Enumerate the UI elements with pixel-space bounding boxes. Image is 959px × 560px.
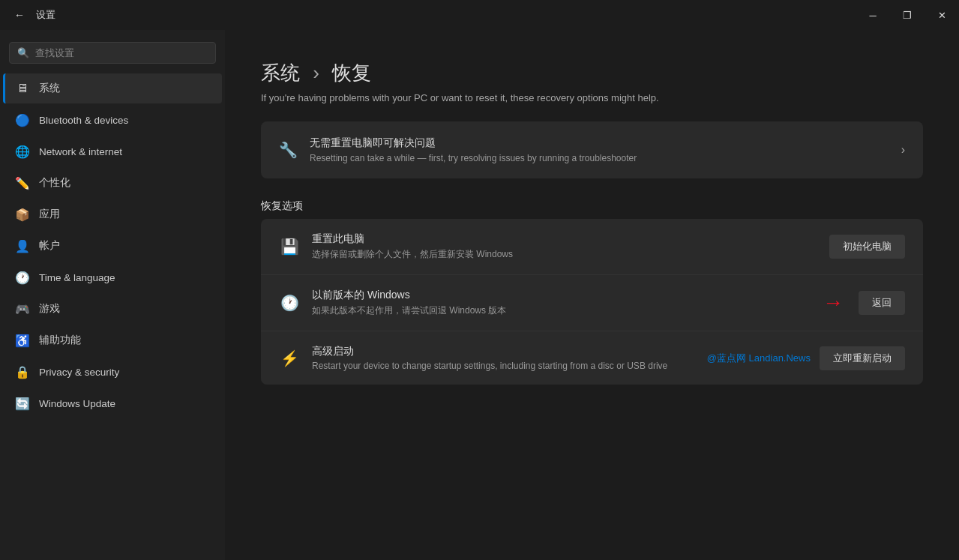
sidebar-item-label: Windows Update (39, 398, 115, 409)
recovery-card-reset: 💾 重置此电脑 选择保留或删除个人文件，然后重新安装 Windows 初始化电脑 (261, 219, 923, 275)
red-arrow-icon: → (823, 291, 844, 315)
trouble-desc: Resetting can take a while — first, try … (310, 153, 637, 163)
search-input[interactable] (35, 47, 208, 58)
sidebar-item-label: 游戏 (39, 302, 60, 316)
sidebar-item-privacy[interactable]: 🔒 Privacy & security (3, 357, 222, 387)
sidebar-item-accessibility[interactable]: ♿ 辅助功能 (3, 325, 222, 355)
advanced-title: 高级启动 (312, 345, 695, 358)
sidebar-item-label: Time & language (39, 272, 115, 283)
personalization-icon: ✏️ (15, 175, 30, 190)
reset-actions: 初始化电脑 (829, 235, 905, 259)
goback-button[interactable]: 返回 (859, 291, 905, 315)
content-area: 系统 › 恢复 If you're having problems with y… (225, 30, 959, 560)
back-button[interactable]: ← (9, 4, 30, 25)
recovery-card-previous: 🕐 以前版本的 Windows 如果此版本不起作用，请尝试回退 Windows … (261, 275, 923, 331)
sidebar-item-update[interactable]: 🔄 Windows Update (3, 388, 222, 418)
breadcrumb-current: 恢复 (332, 61, 371, 84)
privacy-icon: 🔒 (15, 364, 30, 379)
titlebar-title: 设置 (36, 8, 55, 22)
sidebar-item-label: 帐户 (39, 239, 60, 253)
sidebar-item-label: 系统 (39, 82, 60, 95)
advanced-desc: Restart your device to change startup se… (312, 361, 695, 371)
titlebar-controls: ─ ❐ ✕ (856, 0, 959, 30)
initialize-button[interactable]: 初始化电脑 (829, 235, 905, 259)
sidebar-item-personalization[interactable]: ✏️ 个性化 (3, 168, 222, 198)
wrench-icon: 🔧 (279, 141, 298, 159)
sidebar-item-label: Bluetooth & devices (39, 115, 128, 126)
network-icon: 🌐 (15, 144, 30, 159)
previous-actions: → 返回 (823, 291, 905, 315)
advanced-actions: @蓝点网 Landian.News 立即重新启动 (707, 346, 905, 370)
sidebar-item-label: Network & internet (39, 146, 122, 157)
sidebar-item-accounts[interactable]: 👤 帐户 (3, 231, 222, 261)
sidebar-item-bluetooth[interactable]: 🔵 Bluetooth & devices (3, 105, 222, 135)
search-icon: 🔍 (17, 47, 29, 58)
section-heading: 恢复选项 (261, 199, 923, 213)
recovery-card-text-prev: 以前版本的 Windows 如果此版本不起作用，请尝试回退 Windows 版本 (312, 289, 811, 317)
recovery-card-text-adv: 高级启动 Restart your device to change start… (312, 345, 695, 371)
titlebar: ← 设置 ─ ❐ ✕ (0, 0, 959, 30)
troubleshoot-card[interactable]: 🔧 无需重置电脑即可解决问题 Resetting can take a whil… (261, 121, 923, 178)
sidebar-item-apps[interactable]: 📦 应用 (3, 199, 222, 229)
restore-button[interactable]: ❐ (890, 0, 925, 30)
trouble-card-text: 无需重置电脑即可解决问题 Resetting can take a while … (310, 136, 637, 163)
bluetooth-icon: 🔵 (15, 112, 30, 127)
history-icon: 🕐 (279, 294, 300, 312)
trouble-title: 无需重置电脑即可解决问题 (310, 136, 637, 150)
sidebar-item-label: 个性化 (39, 176, 70, 190)
recovery-cards: 💾 重置此电脑 选择保留或删除个人文件，然后重新安装 Windows 初始化电脑… (261, 219, 923, 385)
close-button[interactable]: ✕ (925, 0, 959, 30)
breadcrumb-parent: 系统 (261, 61, 300, 84)
sidebar-item-system[interactable]: 🖥 系统 (3, 73, 222, 103)
advanced-startup-icon: ⚡ (279, 349, 300, 367)
chevron-right-icon: › (901, 143, 905, 157)
sidebar-item-network[interactable]: 🌐 Network & internet (3, 136, 222, 166)
search-box[interactable]: 🔍 (9, 42, 216, 64)
watermark-text: @蓝点网 Landian.News (707, 352, 811, 365)
sidebar-item-label: Privacy & security (39, 367, 119, 378)
time-icon: 🕐 (15, 270, 30, 285)
main-layout: 🔍 🖥 系统 🔵 Bluetooth & devices 🌐 Network &… (0, 30, 959, 560)
page-subtitle: If you're having problems with your PC o… (261, 92, 923, 103)
accounts-icon: 👤 (15, 238, 30, 253)
sidebar-item-time[interactable]: 🕐 Time & language (3, 262, 222, 292)
reset-title: 重置此电脑 (312, 232, 817, 246)
sidebar: 🔍 🖥 系统 🔵 Bluetooth & devices 🌐 Network &… (0, 30, 225, 560)
update-icon: 🔄 (15, 396, 30, 411)
page-header: 系统 › 恢复 If you're having problems with y… (261, 60, 923, 103)
restart-button[interactable]: 立即重新启动 (820, 346, 905, 370)
reset-icon: 💾 (279, 238, 300, 256)
previous-title: 以前版本的 Windows (312, 289, 811, 302)
sidebar-item-gaming[interactable]: 🎮 游戏 (3, 294, 222, 324)
sidebar-item-label: 辅助功能 (39, 334, 81, 347)
accessibility-icon: ♿ (15, 333, 30, 348)
apps-icon: 📦 (15, 207, 30, 222)
sidebar-item-label: 应用 (39, 208, 60, 221)
reset-desc: 选择保留或删除个人文件，然后重新安装 Windows (312, 248, 817, 261)
minimize-button[interactable]: ─ (856, 0, 890, 30)
recovery-card-text: 重置此电脑 选择保留或删除个人文件，然后重新安装 Windows (312, 232, 817, 261)
previous-desc: 如果此版本不起作用，请尝试回退 Windows 版本 (312, 304, 811, 317)
recovery-card-advanced: ⚡ 高级启动 Restart your device to change sta… (261, 331, 923, 385)
breadcrumb-separator: › (313, 61, 325, 84)
trouble-card-left: 🔧 无需重置电脑即可解决问题 Resetting can take a whil… (279, 136, 637, 163)
gaming-icon: 🎮 (15, 301, 30, 316)
system-icon: 🖥 (15, 81, 30, 96)
breadcrumb: 系统 › 恢复 (261, 60, 923, 86)
